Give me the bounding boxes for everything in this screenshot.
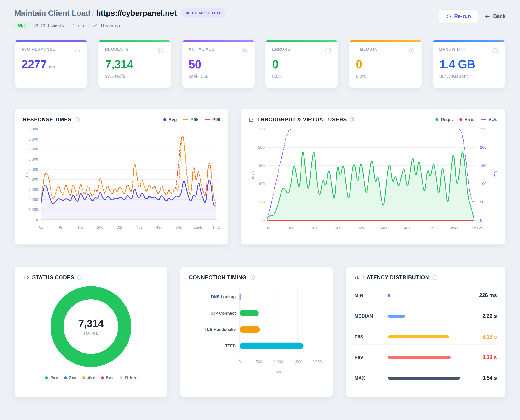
svg-text:TTFB: TTFB [225,344,236,348]
users-icon [241,47,248,55]
svg-text:req/s: req/s [250,170,255,179]
svg-text:250: 250 [258,127,265,131]
latency-row-P99: P99 8.33 s [355,350,497,365]
info-icon[interactable]: i [350,117,355,122]
divider [88,22,89,28]
accent-bar [349,40,422,42]
stat-card-errors: ERRORS 0 0.0% [265,40,338,88]
svg-text:50: 50 [260,200,265,204]
svg-text:0: 0 [262,218,265,223]
gauge-icon [74,47,81,55]
check-circle-icon [157,47,164,55]
svg-text:40s: 40s [381,226,387,230]
latency-label: MAX [355,375,386,381]
donut-total-label: TOTAL [83,331,99,336]
status-badge: COMPLETED [181,8,226,18]
rerun-button[interactable]: Re-run [439,9,478,23]
svg-text:4,000: 4,000 [28,177,38,182]
test-name: Maintain Client Load [15,8,90,17]
stat-card-bandwidth: BANDWIDTH 1.4 GB 364.3 KB sent [432,40,505,88]
connection-timing-card: CONNECTION TIMING i 05001,0001,5002,000D… [180,267,333,397]
stat-value: 1.4 GB [439,58,475,71]
latency-label: MIN [355,293,386,298]
response-times-chart: 01,0002,0003,0004,0005,0006,0007,0008,00… [23,125,220,238]
stat-label: AVG RESPONSE [22,47,55,52]
svg-text:1,000: 1,000 [28,208,38,212]
connection-timing-title: CONNECTION TIMING [189,275,246,281]
histogram-icon [355,275,360,280]
latency-bar-track [388,315,460,318]
info-icon[interactable]: i [250,275,255,280]
latency-label: P95 [355,334,386,339]
stat-label: TIMEOUTS [356,47,378,52]
info-icon[interactable]: i [77,275,82,280]
svg-text:150: 150 [480,164,486,168]
status-codes-card: STATUS CODES i 7,314 TOTAL 2xx3xx4xx5xxO… [15,267,168,397]
response-times-title: RESPONSE TIMES [23,117,72,123]
svg-text:56s: 56s [176,225,182,230]
stat-card-timeouts: TIMEOUTS 0 0.0% [349,40,422,88]
stat-sub: 364.3 KB sent [439,74,498,79]
status-codes-donut: 7,314 TOTAL [49,285,133,368]
svg-text:DNS Lookup: DNS Lookup [211,294,236,299]
svg-text:ms: ms [276,370,281,374]
svg-text:50: 50 [480,200,484,204]
latency-bar [388,335,449,338]
latency-bar-track [388,294,460,297]
svg-text:24s: 24s [97,225,103,230]
code-icon [23,275,29,280]
svg-text:ms: ms [24,172,29,177]
svg-text:1m4s: 1m4s [449,226,458,230]
svg-text:7,000: 7,000 [28,147,38,151]
svg-text:16s: 16s [77,225,83,230]
latency-bar [388,315,405,318]
latency-bar [388,356,451,359]
cloud-icon [492,47,498,55]
svg-text:32s: 32s [358,226,364,230]
legend-item-Avg: Avg [163,117,177,122]
latency-row-MAX: MAX 9.54 s [355,371,497,386]
stat-value: 0 [356,58,362,71]
svg-text:6,000: 6,000 [28,157,38,162]
svg-text:0s: 0s [266,226,270,230]
back-button[interactable]: Back [485,13,505,19]
users-icon [34,23,39,28]
svg-text:150: 150 [258,164,265,168]
svg-text:8s: 8s [289,226,293,230]
svg-text:1m4s: 1m4s [194,225,203,230]
throughput-legend: Req/sErr/sVUs [435,117,497,122]
page-title: Maintain Client Load/https://cyberpanel.… [15,8,177,18]
response-times-card: RESPONSE TIMES i AvgP95P99 01,0002,0003,… [15,109,229,245]
stat-label: ERRORS [272,47,290,52]
alert-circle-icon [325,47,332,55]
svg-text:2,000: 2,000 [28,198,38,202]
latency-bar [388,294,390,297]
latency-distribution-title: LATENCY DISTRIBUTION [363,275,429,281]
stat-card-requests: REQUESTS 7,314 97.5 req/s [98,40,171,88]
breadcrumb-separator: / [92,8,94,17]
header-actions: Re-run Back [439,8,505,23]
info-icon[interactable]: i [75,117,80,122]
trend-icon [93,23,98,28]
stat-card-avg-response: AVG RESPONSE 2277ms [15,40,88,88]
stat-label: BANDWIDTH [439,47,466,52]
svg-text:40s: 40s [136,225,142,230]
svg-text:200: 200 [258,145,265,150]
accent-bar [182,40,255,42]
svg-text:0: 0 [238,360,241,364]
latency-label: P99 [355,355,386,360]
latency-bar-track [388,335,460,338]
svg-text:48s: 48s [156,225,162,230]
svg-text:1,500: 1,500 [293,360,302,364]
refresh-icon [446,14,452,19]
stat-sub: 0.0% [272,74,332,79]
accent-bar [265,40,338,42]
test-meta-row: GET 250 clients 1 min 10s ramp [15,22,226,29]
svg-text:VUs: VUs [493,171,497,178]
stat-sub: peak: 250 [188,74,248,79]
info-icon[interactable]: i [432,275,438,280]
latency-bar-track [388,377,460,380]
legend-item-2xx: 2xx [45,375,58,381]
svg-text:1,000: 1,000 [274,360,283,364]
svg-text:0s: 0s [39,225,43,230]
